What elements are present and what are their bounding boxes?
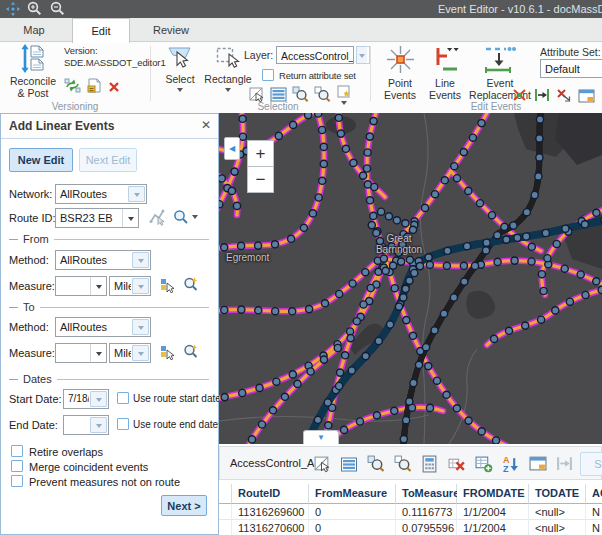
- event-point-marker[interactable]: [324, 399, 331, 406]
- event-point-marker[interactable]: [239, 133, 246, 140]
- from-method-combo[interactable]: AllRoutes: [55, 250, 151, 270]
- cell-todate[interactable]: <null>: [529, 504, 586, 520]
- cell-fromdate[interactable]: 1/1/2004: [457, 520, 529, 535]
- merge-coincident-checkbox[interactable]: [11, 460, 23, 472]
- event-point-marker[interactable]: [581, 221, 588, 228]
- event-point-marker[interactable]: [523, 209, 530, 216]
- event-point-marker[interactable]: [503, 236, 510, 243]
- event-point-marker[interactable]: [441, 177, 448, 184]
- event-point-marker[interactable]: [536, 154, 543, 161]
- event-point-marker[interactable]: [364, 149, 371, 156]
- event-point-marker[interactable]: [501, 223, 508, 230]
- reconcile-post-button[interactable]: Reconcile & Post: [4, 44, 62, 99]
- event-point-marker[interactable]: [305, 113, 312, 119]
- event-point-marker[interactable]: [362, 269, 369, 276]
- event-point-marker[interactable]: [366, 197, 373, 204]
- event-point-marker[interactable]: [531, 191, 538, 198]
- event-point-marker[interactable]: [239, 115, 246, 122]
- cell-accesscontrol[interactable]: N: [586, 520, 602, 535]
- event-point-marker[interactable]: [453, 405, 460, 412]
- event-point-marker[interactable]: [443, 262, 450, 269]
- tab-review[interactable]: Review: [142, 18, 200, 41]
- from-units-combo[interactable]: Miles: [109, 276, 151, 296]
- event-point-marker[interactable]: [258, 421, 265, 428]
- event-point-marker[interactable]: [460, 149, 467, 156]
- cell-frommeasure[interactable]: 0: [309, 504, 396, 520]
- event-point-marker[interactable]: [553, 240, 560, 247]
- collapse-table-button[interactable]: ▼: [303, 430, 339, 444]
- delete-version-icon[interactable]: [108, 79, 120, 97]
- event-point-marker[interactable]: [356, 418, 363, 425]
- event-point-marker[interactable]: [398, 258, 405, 265]
- route-id-combo[interactable]: BSR23 EB: [55, 208, 139, 228]
- event-point-marker[interactable]: [444, 247, 451, 254]
- event-point-marker[interactable]: [494, 232, 501, 239]
- event-point-marker[interactable]: [478, 428, 485, 435]
- cell-accesscontrol[interactable]: N: [586, 504, 602, 520]
- tab-map[interactable]: Map: [10, 18, 58, 41]
- event-point-marker[interactable]: [540, 287, 547, 294]
- attribute-set-combo[interactable]: Default: [540, 59, 602, 78]
- event-point-marker[interactable]: [378, 208, 385, 215]
- use-route-end-checkbox[interactable]: [117, 418, 129, 430]
- event-point-marker[interactable]: [552, 307, 559, 314]
- event-point-marker[interactable]: [294, 380, 301, 387]
- add-record-icon[interactable]: [475, 455, 493, 473]
- attributes-form-icon[interactable]: [529, 455, 547, 471]
- event-point-marker[interactable]: [221, 244, 228, 251]
- event-point-marker[interactable]: [536, 116, 543, 123]
- prevent-measures-checkbox[interactable]: [11, 475, 23, 487]
- zoom-in-icon[interactable]: [27, 1, 42, 16]
- close-icon[interactable]: ✕: [201, 118, 211, 132]
- select-features-icon[interactable]: [313, 455, 331, 473]
- event-point-marker[interactable]: [544, 255, 551, 262]
- event-point-marker[interactable]: [306, 306, 313, 313]
- event-point-marker[interactable]: [453, 175, 460, 182]
- event-point-marker[interactable]: [523, 233, 530, 240]
- event-point-marker[interactable]: [406, 277, 413, 284]
- event-point-marker[interactable]: [366, 133, 373, 140]
- event-point-marker[interactable]: [347, 335, 354, 342]
- retire-overlaps-checkbox[interactable]: [11, 445, 23, 457]
- event-point-marker[interactable]: [463, 243, 470, 250]
- map-zoom-in-button[interactable]: +: [247, 140, 274, 167]
- event-point-marker[interactable]: [320, 356, 327, 363]
- cell-tomeasure[interactable]: 0.0795596: [396, 520, 457, 535]
- event-point-marker[interactable]: [370, 212, 377, 219]
- to-measure-combo[interactable]: [55, 343, 107, 363]
- zoom-to-measure-icon[interactable]: [183, 276, 200, 297]
- event-point-marker[interactable]: [300, 224, 307, 231]
- event-point-marker[interactable]: [385, 213, 392, 220]
- event-point-marker[interactable]: [288, 235, 295, 242]
- event-point-marker[interactable]: [367, 284, 374, 291]
- event-point-marker[interactable]: [219, 201, 223, 208]
- to-method-combo[interactable]: AllRoutes: [55, 317, 151, 337]
- event-point-marker[interactable]: [360, 301, 367, 308]
- event-point-marker[interactable]: [271, 241, 278, 248]
- row-gutter[interactable]: [219, 504, 232, 520]
- column-header-fromdate[interactable]: FROMDATE: [457, 484, 529, 504]
- point-events-button[interactable]: Point Events: [378, 44, 422, 101]
- from-measure-combo[interactable]: [55, 276, 107, 296]
- return-attribute-checkbox[interactable]: [262, 69, 274, 81]
- event-point-marker[interactable]: [325, 422, 332, 429]
- pan-icon[interactable]: [6, 2, 20, 16]
- column-header-frommeasure[interactable]: FromMeasure: [309, 484, 396, 504]
- event-point-marker[interactable]: [221, 306, 228, 313]
- cell-routeid[interactable]: 11316269600: [232, 504, 309, 520]
- event-point-marker[interactable]: [337, 130, 344, 137]
- event-point-marker[interactable]: [425, 363, 432, 370]
- event-point-marker[interactable]: [248, 436, 255, 443]
- pick-measure-icon[interactable]: [159, 277, 175, 297]
- event-point-marker[interactable]: [536, 135, 543, 142]
- event-point-marker[interactable]: [426, 261, 433, 268]
- event-point-marker[interactable]: [395, 303, 402, 310]
- event-point-marker[interactable]: [562, 225, 569, 232]
- collapse-panel-button[interactable]: ◀: [224, 137, 240, 160]
- event-point-marker[interactable]: [238, 306, 245, 313]
- column-header-accesscontrol[interactable]: AC: [586, 484, 602, 504]
- event-point-marker[interactable]: [256, 384, 263, 391]
- event-point-marker[interactable]: [440, 310, 447, 317]
- pick-measure-icon[interactable]: [159, 344, 175, 364]
- clear-selection-icon[interactable]: [448, 455, 466, 473]
